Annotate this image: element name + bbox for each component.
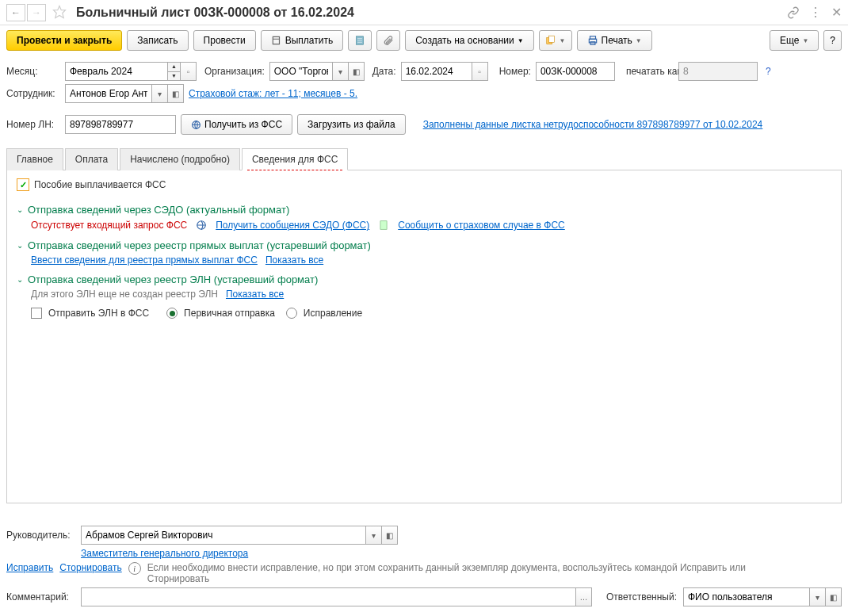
org-dropdown-button[interactable]: ▾ (333, 62, 349, 81)
enter-registry-info-link[interactable]: Ввести сведения для реестра прямых выпла… (31, 254, 258, 266)
month-spinner[interactable]: ▲▼ (168, 62, 181, 81)
document-icon (377, 219, 390, 231)
date-picker-button[interactable]: ▫ (472, 62, 488, 81)
svg-marker-0 (54, 6, 66, 17)
month-picker-button[interactable]: ▫ (181, 62, 197, 81)
comment-label: Комментарий: (6, 591, 74, 603)
main-toolbar: Провести и закрыть Записать Провести Вып… (0, 25, 848, 55)
number-label: Номер: (499, 66, 531, 77)
help-button[interactable]: ? (823, 30, 842, 51)
manager-position-link[interactable]: Заместитель генерального директора (81, 548, 248, 559)
print-as-help-icon[interactable]: ? (766, 66, 771, 77)
tab-payment[interactable]: Оплата (65, 148, 118, 170)
fss-pays-label: Пособие выплачивается ФСС (34, 179, 166, 190)
manager-dropdown-button[interactable]: ▾ (366, 526, 382, 545)
tab-accrued[interactable]: Начислено (подробно) (120, 148, 240, 170)
svg-rect-6 (548, 36, 554, 42)
responsible-input[interactable] (683, 587, 810, 606)
comment-ellipsis-button[interactable]: … (576, 587, 592, 606)
post-and-close-button[interactable]: Провести и закрыть (6, 30, 122, 51)
print-as-input[interactable] (678, 62, 758, 81)
report-button[interactable] (348, 30, 372, 51)
svg-rect-12 (380, 221, 387, 230)
chevron-down-icon: ⌄ (17, 275, 23, 284)
chevron-down-icon: ⌄ (17, 241, 23, 250)
report-insurance-case-link[interactable]: Сообщить о страховом случае в ФСС (398, 220, 565, 231)
info-text: Если необходимо внести исправление, но п… (147, 562, 797, 584)
get-sedo-messages-link[interactable]: Получить сообщения СЭДО (ФСС) (216, 220, 369, 231)
chevron-down-icon: ▼ (518, 37, 524, 44)
primary-send-label: Первичная отправка (184, 308, 275, 319)
load-from-file-button[interactable]: Загрузить из файла (297, 114, 406, 135)
employee-dropdown-button[interactable]: ▾ (152, 84, 168, 103)
seniority-link[interactable]: Страховой стаж: лет - 11; месяцев - 5. (189, 88, 357, 99)
get-from-fss-button[interactable]: Получить из ФСС (181, 114, 292, 135)
footer-area: Руководитель: ▾ ◧ Заместитель генерально… (0, 518, 848, 616)
storno-link[interactable]: Сторнировать (59, 562, 121, 573)
more-button[interactable]: Еще ▼ (770, 30, 819, 51)
favorite-star-icon[interactable] (52, 5, 68, 21)
sedo-warning-text: Отсутствует входящий запрос ФСС (31, 220, 187, 231)
globe-icon (195, 219, 208, 231)
send-eln-checkbox[interactable] (31, 308, 42, 319)
tab-content: ✓ Пособие выплачивается ФСС ⌄ Отправка с… (6, 170, 842, 503)
form-area: Месяц: ▲▼ ▫ Организация: ▾ ◧ Дата: ▫ Ном… (0, 55, 848, 141)
ln-data-link[interactable]: Заполнены данные листка нетрудоспособнос… (423, 119, 763, 130)
save-button[interactable]: Записать (127, 30, 188, 51)
fss-pays-checkbox[interactable]: ✓ (17, 178, 29, 191)
employee-open-button[interactable]: ◧ (168, 84, 184, 103)
chevron-down-icon: ⌄ (17, 205, 23, 214)
tab-fss-info[interactable]: Сведения для ФСС (242, 148, 348, 170)
titlebar: ← → Больничный лист 00ЗК-000008 от 16.02… (0, 0, 848, 25)
fix-radio-label: Исправление (304, 308, 362, 319)
tabs: Главное Оплата Начислено (подробно) Свед… (6, 147, 842, 170)
month-label: Месяц: (6, 66, 60, 77)
nav-back-button[interactable]: ← (6, 4, 25, 21)
post-button[interactable]: Провести (193, 30, 256, 51)
org-open-button[interactable]: ◧ (349, 62, 365, 81)
print-as-label: печатать как: (626, 66, 674, 77)
employee-label: Сотрудник: (6, 88, 60, 99)
comment-input[interactable] (81, 587, 576, 606)
fix-radio[interactable] (286, 308, 297, 319)
globe-icon (191, 120, 201, 130)
section-eln-registry-header[interactable]: ⌄ Отправка сведений через реестр ЭЛН (ус… (17, 274, 831, 285)
date-input[interactable] (401, 62, 472, 81)
pay-button[interactable]: Выплатить (261, 30, 344, 51)
org-label: Организация: (204, 66, 265, 77)
kebab-menu-icon[interactable]: ⋮ (809, 5, 822, 20)
primary-send-radio[interactable] (166, 308, 178, 319)
number-input[interactable] (536, 62, 615, 81)
manager-label: Руководитель: (6, 530, 74, 541)
responsible-label: Ответственный: (606, 591, 677, 603)
print-button[interactable]: Печать ▼ (577, 30, 652, 51)
eln-registry-status: Для этого ЭЛН еще не создан реестр ЭЛН (31, 289, 218, 300)
tab-main[interactable]: Главное (6, 148, 63, 170)
responsible-dropdown-button[interactable]: ▾ (810, 587, 826, 606)
ln-label: Номер ЛН: (6, 119, 60, 130)
manager-input[interactable] (81, 526, 366, 545)
responsible-open-button[interactable]: ◧ (826, 587, 842, 606)
org-input[interactable] (269, 62, 333, 81)
section-sedo-header[interactable]: ⌄ Отправка сведений через СЭДО (актуальн… (17, 204, 831, 216)
manager-open-button[interactable]: ◧ (382, 526, 398, 545)
info-icon: i (128, 562, 141, 575)
close-icon[interactable]: ✕ (831, 5, 842, 20)
fix-link[interactable]: Исправить (6, 562, 53, 573)
pay-icon (271, 35, 282, 46)
link-icon[interactable] (787, 6, 800, 19)
section-direct-payments-header[interactable]: ⌄ Отправка сведений через реестр прямых … (17, 239, 831, 251)
send-eln-label: Отправить ЭЛН в ФСС (48, 308, 149, 319)
show-all-eln-link[interactable]: Показать все (226, 289, 284, 300)
show-all-link[interactable]: Показать все (265, 254, 323, 266)
page-title: Больничный лист 00ЗК-000008 от 16.02.202… (76, 6, 787, 20)
nav-forward-button[interactable]: → (27, 4, 46, 21)
printer-icon (587, 35, 598, 46)
month-input[interactable] (65, 62, 168, 81)
date-label: Дата: (372, 66, 396, 77)
employee-input[interactable] (65, 84, 152, 103)
attachment-button[interactable] (376, 30, 400, 51)
ln-input[interactable] (65, 115, 176, 134)
create-based-on-button[interactable]: Создать на основании ▼ (405, 30, 533, 51)
copy-button[interactable]: ▼ (539, 30, 572, 51)
